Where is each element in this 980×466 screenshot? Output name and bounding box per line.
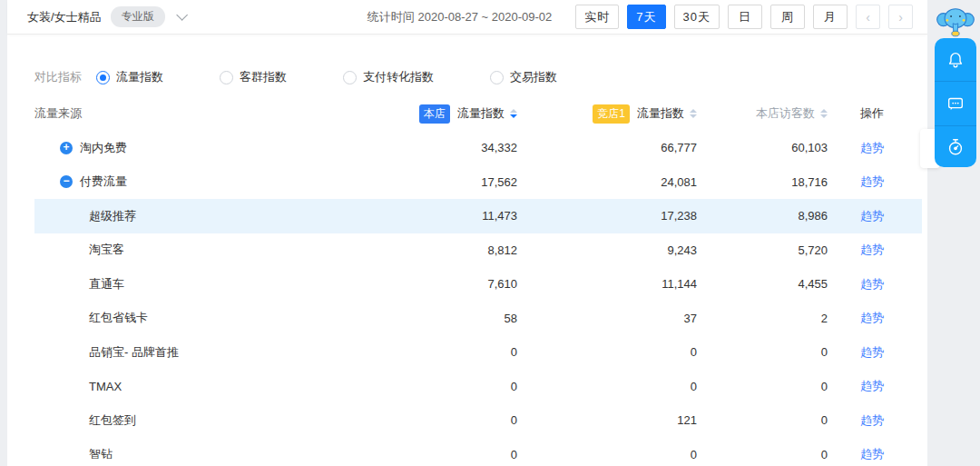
action-cell: 趋势 (860, 412, 884, 429)
competitor-index-value: 0 (691, 448, 697, 461)
timer-icon (946, 137, 965, 157)
source-cell: 智钻 (34, 446, 361, 462)
category-selector[interactable]: 女装/女士精品 (27, 9, 102, 25)
action-cell: 趋势 (860, 208, 884, 224)
visitors-value: 0 (821, 413, 828, 427)
action-cell: 趋势 (860, 344, 884, 361)
table-row[interactable]: TMAX000趋势 (34, 370, 922, 404)
competitor-index-value: 37 (684, 312, 697, 325)
visitors-value: 5,720 (798, 243, 828, 257)
table-row[interactable]: 超级推荐11,47317,2388,986趋势 (34, 199, 922, 233)
traffic-source-name: 智钻 (89, 446, 113, 462)
visitors-value: 4,455 (798, 277, 828, 291)
competitor-index-value: 0 (691, 380, 697, 393)
action-cell: 趋势 (860, 174, 884, 190)
range-button[interactable]: 周 (770, 5, 805, 29)
table-row[interactable]: 直通车7,61011,1444,455趋势 (34, 267, 922, 302)
source-cell: +淘内免费 (34, 140, 361, 156)
expand-icon[interactable]: + (60, 142, 73, 154)
notifications-button[interactable] (935, 38, 976, 81)
own-metric-label: 流量指数 (457, 105, 505, 122)
trend-link[interactable]: 趋势 (860, 277, 884, 291)
table-row[interactable]: 品销宝- 品牌首推000趋势 (34, 335, 922, 370)
range-button[interactable]: 日 (728, 5, 762, 29)
pager-next-button[interactable]: › (888, 5, 913, 29)
trend-link[interactable]: 趋势 (860, 345, 884, 359)
sort-icon[interactable] (820, 109, 828, 118)
action-column-header: 操作 (860, 105, 884, 122)
range-button[interactable]: 月 (813, 5, 848, 29)
metric-radio-option[interactable]: 交易指数 (490, 69, 557, 85)
range-button[interactable]: 30天 (674, 5, 720, 29)
table-row[interactable]: 红包省钱卡58372趋势 (34, 302, 922, 336)
competitor-index-value: 0 (691, 345, 697, 359)
trend-link[interactable]: 趋势 (860, 379, 884, 392)
competitor-index-value: 11,144 (662, 277, 697, 291)
source-cell: −付费流量 (34, 174, 361, 190)
bell-icon (946, 50, 965, 70)
message-icon (946, 94, 965, 114)
range-button[interactable]: 7天 (627, 5, 665, 29)
action-cell: 趋势 (860, 140, 884, 156)
pager-prev-button[interactable]: ‹ (856, 5, 880, 29)
sort-icon[interactable] (510, 109, 517, 118)
action-cell: 趋势 (860, 446, 884, 462)
elephant-mascot-icon[interactable] (936, 2, 975, 40)
timer-button[interactable] (935, 125, 976, 167)
competitor-metric-label: 流量指数 (637, 105, 684, 122)
visitors-value: 0 (821, 380, 828, 393)
radio-icon (490, 71, 504, 84)
metric-radio-option[interactable]: 客群指数 (220, 69, 287, 85)
trend-link[interactable]: 趋势 (860, 141, 884, 154)
traffic-source-name: 直通车 (89, 276, 124, 292)
metric-radio-option[interactable]: 支付转化指数 (343, 69, 434, 85)
traffic-source-name: 淘宝客 (89, 242, 124, 258)
messages-button[interactable] (935, 81, 976, 124)
own-index-value: 34,332 (481, 141, 517, 154)
action-cell: 趋势 (860, 276, 884, 292)
own-metric-header[interactable]: 本店 流量指数 (419, 104, 517, 124)
radio-label: 客群指数 (240, 69, 287, 85)
competitor-index-value: 17,238 (661, 209, 697, 223)
own-index-value: 0 (511, 345, 517, 359)
metric-radio-option[interactable]: 流量指数 (96, 69, 163, 85)
radio-icon (343, 71, 357, 84)
table-row[interactable]: 淘宝客8,8129,2435,720趋势 (34, 233, 922, 268)
traffic-source-name: 淘内免费 (80, 140, 127, 156)
traffic-source-name: 红包签到 (89, 412, 136, 429)
action-cell: 趋势 (860, 310, 884, 326)
range-button[interactable]: 实时 (575, 5, 619, 29)
table-row[interactable]: −付费流量17,56224,08118,716趋势 (34, 165, 922, 200)
source-cell: 红包签到 (34, 412, 361, 429)
trend-link[interactable]: 趋势 (860, 413, 884, 427)
trend-link[interactable]: 趋势 (860, 209, 884, 223)
source-cell: 淘宝客 (34, 242, 361, 258)
trend-link[interactable]: 趋势 (860, 447, 884, 461)
trend-link[interactable]: 趋势 (860, 311, 884, 324)
trend-link[interactable]: 趋势 (860, 174, 884, 188)
stat-time-label: 统计时间 2020-08-27 ~ 2020-09-02 (368, 9, 552, 25)
own-index-value: 17,562 (481, 175, 517, 189)
chevron-down-icon[interactable] (176, 9, 188, 21)
action-cell: 趋势 (860, 378, 884, 394)
source-column-header: 流量来源 (34, 105, 361, 122)
collapse-icon[interactable]: − (60, 175, 73, 188)
visitors-value: 18,716 (791, 175, 828, 189)
traffic-source-name: 超级推荐 (89, 208, 136, 224)
own-index-value: 8,812 (487, 243, 517, 257)
visitors-header[interactable]: 本店访客数 (756, 105, 828, 122)
own-index-value: 0 (511, 413, 517, 427)
visitors-value: 60,103 (791, 141, 828, 154)
source-cell: TMAX (34, 380, 361, 393)
table-row[interactable]: 红包签到01210趋势 (34, 403, 922, 438)
competitor-badge: 竞店1 (593, 104, 630, 124)
range-buttons: 实时7天30天日周月 (575, 5, 848, 29)
competitor-metric-header[interactable]: 竞店1 流量指数 (593, 104, 697, 124)
visitors-value: 2 (821, 312, 828, 325)
floating-toolbar (935, 38, 976, 167)
metric-options: 流量指数客群指数支付转化指数交易指数 (96, 69, 613, 85)
table-row[interactable]: +淘内免费34,33266,77760,103趋势 (34, 131, 922, 165)
table-row[interactable]: 智钻000趋势 (34, 438, 922, 466)
trend-link[interactable]: 趋势 (860, 243, 884, 256)
sort-icon[interactable] (690, 109, 697, 118)
